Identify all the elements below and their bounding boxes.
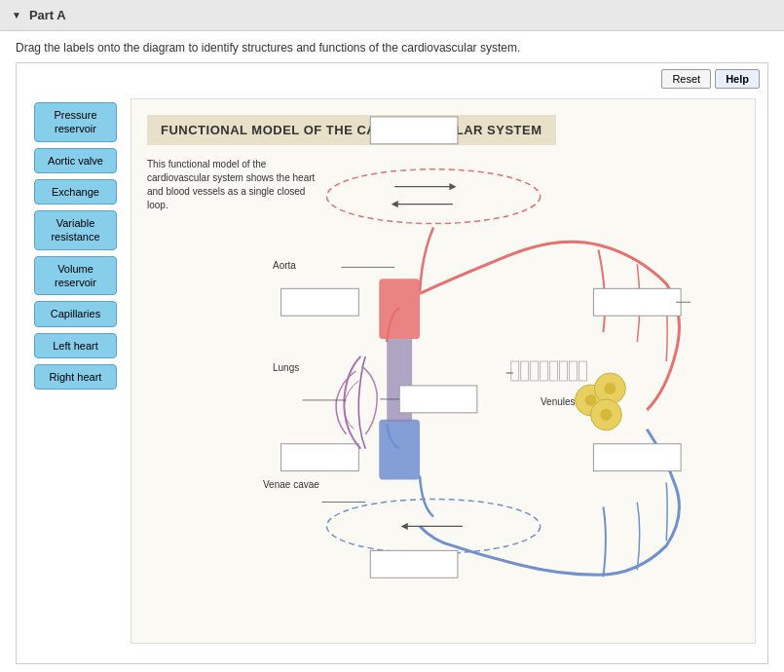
main-content: Reset Help Pressurereservoir Aortic valv…: [16, 62, 768, 664]
svg-rect-21: [593, 444, 681, 471]
drag-label-variable-resistance[interactable]: Variableresistance: [34, 210, 117, 250]
cvs-diagram-svg: [131, 99, 755, 643]
drag-label-aortic-valve[interactable]: Aortic valve: [34, 148, 117, 173]
svg-rect-29: [399, 386, 477, 413]
svg-rect-8: [379, 420, 420, 480]
drag-label-pressure-reservoir[interactable]: Pressurereservoir: [34, 102, 117, 142]
svg-rect-6: [281, 444, 359, 471]
svg-rect-19: [593, 288, 681, 316]
collapse-arrow-icon[interactable]: ▼: [12, 10, 21, 20]
svg-rect-10: [511, 361, 519, 381]
reset-button[interactable]: Reset: [661, 69, 711, 89]
svg-rect-14: [550, 361, 558, 381]
labels-panel: Pressurereservoir Aortic valve Exchange …: [24, 94, 127, 648]
part-a-title: Part A: [29, 8, 66, 22]
diagram-container: FUNCTIONAL MODEL OF THE CARDIOVASCULAR S…: [131, 98, 756, 644]
svg-rect-17: [579, 361, 587, 381]
instruction-text: Drag the labels onto the diagram to iden…: [0, 31, 784, 62]
svg-rect-12: [531, 361, 539, 381]
diagram-area: Pressurereservoir Aortic valve Exchange …: [17, 94, 767, 663]
help-button[interactable]: Help: [715, 69, 760, 89]
svg-point-27: [600, 409, 612, 421]
svg-point-1: [326, 169, 540, 224]
drag-label-left-heart[interactable]: Left heart: [34, 333, 117, 358]
header-bar: ▼ Part A: [0, 0, 784, 31]
svg-rect-16: [570, 361, 578, 381]
svg-rect-13: [541, 361, 548, 381]
top-bar: Reset Help: [17, 63, 767, 94]
svg-rect-11: [521, 361, 529, 381]
svg-rect-15: [560, 361, 568, 381]
drag-label-exchange[interactable]: Exchange: [34, 179, 117, 205]
svg-rect-34: [370, 550, 458, 578]
svg-point-26: [604, 383, 616, 394]
svg-point-25: [584, 394, 596, 406]
drag-label-capillaries[interactable]: Capillaries: [34, 301, 117, 326]
drag-label-right-heart[interactable]: Right heart: [34, 364, 117, 390]
svg-rect-5: [281, 288, 359, 316]
page-container: ▼ Part A Drag the labels onto the diagra…: [0, 0, 784, 672]
svg-rect-0: [370, 117, 458, 144]
drag-label-volume-reservoir[interactable]: Volumereservoir: [34, 256, 117, 296]
